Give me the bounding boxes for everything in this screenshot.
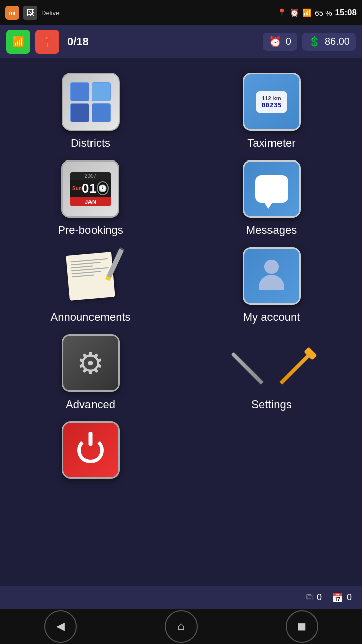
alarm-box[interactable]: ⏰ 0 bbox=[263, 33, 297, 51]
myaccount-icon bbox=[243, 247, 301, 305]
pb-year: 2007 bbox=[70, 172, 111, 180]
power-symbol-container bbox=[74, 434, 107, 466]
taximeter-item[interactable]: 112 km 00235 Taximeter bbox=[243, 73, 301, 150]
calendar-icon: 📅 bbox=[332, 592, 343, 603]
announcements-item[interactable]: Announcements bbox=[51, 247, 131, 324]
districts-item[interactable]: Districts bbox=[62, 73, 120, 150]
nav-bar: ◀ ⌂ ◼ bbox=[0, 609, 362, 644]
avatar-body bbox=[259, 275, 284, 290]
avatar-head bbox=[264, 260, 279, 274]
advanced-item[interactable]: ⚙ Advanced bbox=[62, 334, 120, 411]
pb-clock: 🕐 bbox=[97, 181, 109, 195]
trip-counter: 0/18 bbox=[67, 35, 89, 48]
wifi-button[interactable]: 📶 bbox=[6, 30, 30, 54]
power-icon bbox=[62, 421, 120, 479]
pb-month: JAN bbox=[70, 197, 111, 206]
prebookings-label: Pre-bookings bbox=[58, 224, 123, 237]
wrench-icon bbox=[279, 352, 312, 385]
signal-icon: 📶 bbox=[302, 8, 312, 17]
balance-box[interactable]: 💲 86.00 bbox=[302, 33, 356, 51]
battery-text: 65 % bbox=[315, 9, 332, 17]
bottom-count-1: 0 bbox=[317, 592, 322, 603]
dollar-icon: 💲 bbox=[308, 36, 321, 48]
location-icon: 📍 bbox=[41, 36, 54, 48]
notepad bbox=[66, 252, 115, 301]
back-icon: ◀ bbox=[56, 620, 65, 633]
app-name: Delive bbox=[41, 9, 59, 17]
pb-day: Sun bbox=[72, 186, 82, 191]
myaccount-label: My account bbox=[243, 311, 300, 324]
messages-item[interactable]: Messages bbox=[243, 160, 301, 237]
myaccount-item[interactable]: My account bbox=[243, 247, 301, 324]
settings-item[interactable]: Settings bbox=[243, 334, 301, 411]
recents-icon: ◼ bbox=[297, 620, 306, 633]
app-grid: Districts 112 km 00235 Taximeter 2007 Su… bbox=[0, 58, 362, 494]
settings-label: Settings bbox=[251, 398, 292, 411]
gallery-icon: 🖼 bbox=[23, 6, 37, 20]
screwdriver-icon bbox=[231, 352, 264, 385]
status-bar: mi 🖼 Delive 📍 ⏰ 📶 65 % 15:08 bbox=[0, 0, 362, 25]
messages-label: Messages bbox=[246, 224, 297, 237]
home-button[interactable]: ⌂ bbox=[165, 610, 198, 643]
taximeter-icon: 112 km 00235 bbox=[243, 73, 301, 131]
alarm-count: 0 bbox=[286, 36, 291, 47]
bottom-counter-1: ⧉ 0 bbox=[306, 592, 322, 603]
recents-button[interactable]: ◼ bbox=[286, 610, 318, 643]
logout-item[interactable] bbox=[62, 421, 120, 479]
tools-icon bbox=[246, 338, 297, 388]
bottom-counter-2: 📅 0 bbox=[332, 592, 352, 603]
advanced-icon: ⚙ bbox=[62, 334, 120, 392]
balance-amount: 86.00 bbox=[325, 36, 350, 47]
bottom-count-2: 0 bbox=[347, 592, 352, 603]
gear-icon: ⚙ bbox=[77, 346, 104, 381]
pb-date: 01 bbox=[82, 181, 97, 196]
taximeter-label: Taximeter bbox=[247, 137, 295, 150]
location-button[interactable]: 📍 bbox=[35, 30, 59, 54]
avatar bbox=[255, 260, 288, 292]
time-display: 15:08 bbox=[335, 8, 357, 18]
prebookings-icon: 2007 Sun 01 🕐 JAN bbox=[61, 160, 119, 218]
wrench-head bbox=[304, 347, 317, 360]
action-right: ⏰ 0 💲 86.00 bbox=[263, 33, 356, 51]
status-left: mi 🖼 Delive bbox=[5, 6, 59, 20]
action-bar: 📶 📍 0/18 ⏰ 0 💲 86.00 bbox=[0, 25, 362, 58]
power-line bbox=[89, 432, 93, 446]
back-button[interactable]: ◀ bbox=[44, 610, 77, 643]
location-icon: 📍 bbox=[277, 8, 287, 17]
speech-bubble bbox=[255, 175, 288, 203]
power-circle bbox=[77, 437, 104, 463]
copy-icon: ⧉ bbox=[306, 592, 313, 603]
messages-icon bbox=[243, 160, 301, 218]
home-icon: ⌂ bbox=[177, 620, 184, 633]
taximeter-km: 112 km bbox=[261, 95, 281, 101]
announcements-label: Announcements bbox=[51, 311, 131, 324]
alarm-icon: ⏰ bbox=[269, 36, 282, 48]
status-right: 📍 ⏰ 📶 65 % 15:08 bbox=[277, 8, 357, 18]
districts-label: Districts bbox=[71, 137, 110, 150]
advanced-label: Advanced bbox=[66, 398, 115, 411]
wifi-icon: 📶 bbox=[12, 36, 25, 48]
settings-icon-container bbox=[243, 334, 301, 392]
mi-logo: mi bbox=[5, 6, 19, 20]
alarm-icon: ⏰ bbox=[290, 8, 299, 17]
taximeter-num: 00235 bbox=[261, 101, 281, 109]
districts-icon bbox=[62, 73, 120, 131]
announcements-icon-container bbox=[62, 247, 120, 305]
bottom-bar: ⧉ 0 📅 0 bbox=[0, 586, 362, 609]
prebookings-item[interactable]: 2007 Sun 01 🕐 JAN Pre-bookings bbox=[58, 160, 123, 237]
